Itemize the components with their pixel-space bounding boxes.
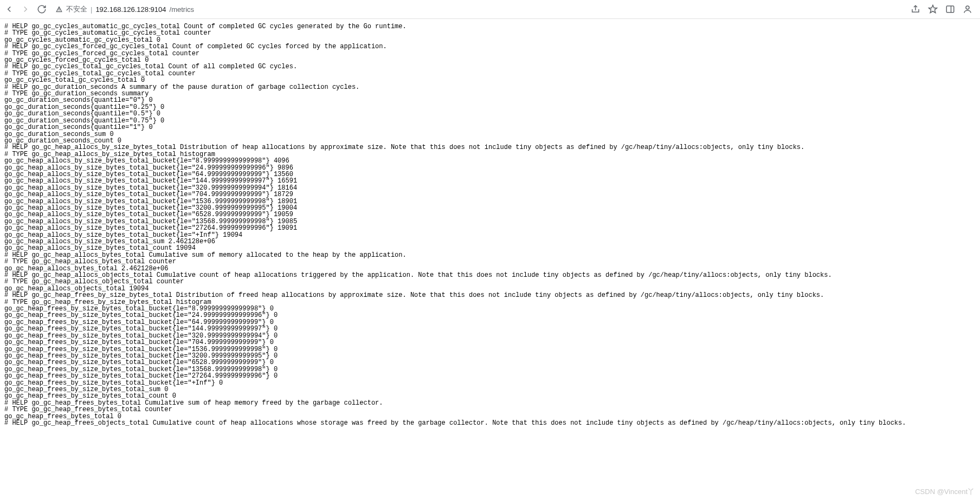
toolbar-right-icons: [911, 4, 972, 14]
address-bar[interactable]: 不安全 | 192.168.126.128:9104/metrics: [55, 2, 904, 16]
profile-avatar-icon[interactable]: [963, 4, 972, 14]
bookmark-star-icon[interactable]: [928, 4, 938, 14]
insecure-warning-icon: [55, 5, 63, 13]
svg-rect-1: [946, 6, 954, 12]
insecure-label: 不安全: [66, 4, 87, 14]
back-button[interactable]: [4, 4, 14, 14]
url-host: 192.168.126.128:9104: [95, 5, 166, 14]
svg-marker-0: [929, 5, 937, 13]
sidepanel-icon[interactable]: [945, 4, 955, 14]
svg-point-3: [966, 6, 969, 9]
metrics-output: # HELP go_gc_cycles_automatic_gc_cycles_…: [0, 19, 980, 437]
url-path: /metrics: [170, 5, 195, 14]
browser-toolbar: 不安全 | 192.168.126.128:9104/metrics: [0, 0, 980, 19]
share-icon[interactable]: [911, 4, 920, 14]
url-separator: |: [91, 5, 92, 14]
reload-button[interactable]: [37, 4, 47, 14]
forward-button[interactable]: [21, 4, 30, 14]
